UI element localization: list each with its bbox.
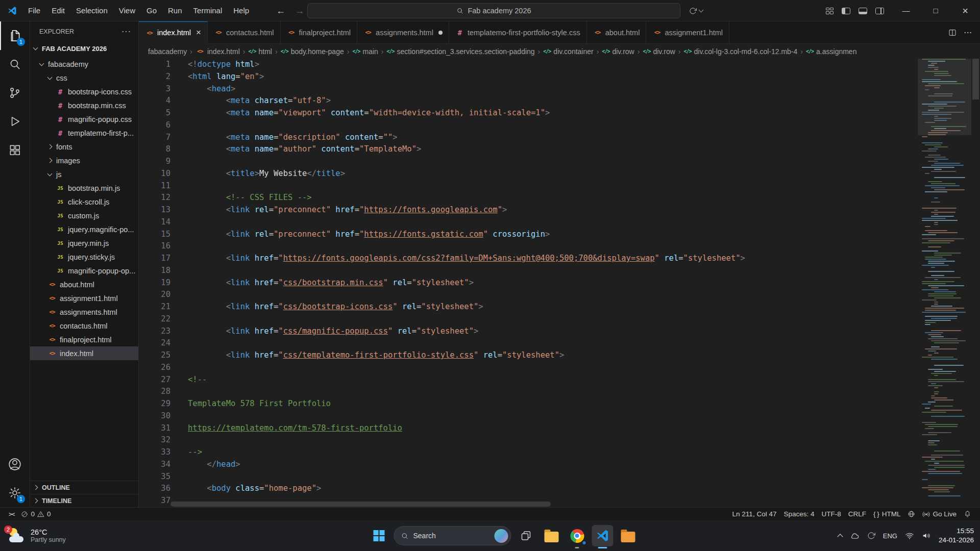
explorer-activity-button[interactable]: 1 xyxy=(0,21,30,50)
breadcrumb-item[interactable]: a.assignmen xyxy=(806,47,856,56)
editor-grid-layout-icon[interactable] xyxy=(826,8,834,14)
onedrive-cloud-icon[interactable] xyxy=(850,531,860,541)
horizontal-scrollbar[interactable] xyxy=(170,502,551,507)
outline-section-header[interactable]: OUTLINE xyxy=(30,481,138,494)
code-line[interactable]: 35 xyxy=(139,471,980,483)
file-contactus.html[interactable]: <>contactus.html xyxy=(30,319,138,333)
file-about.html[interactable]: <>about.html xyxy=(30,278,138,291)
file-finalproject.html[interactable]: <>finalproject.html xyxy=(30,333,138,346)
toggle-secondary-sidebar-icon[interactable] xyxy=(875,8,884,14)
sync-icon[interactable] xyxy=(867,532,875,540)
settings-button[interactable]: 1 xyxy=(0,479,30,507)
code-line[interactable]: 3 <head> xyxy=(139,83,980,95)
explorer-more-actions-icon[interactable]: ··· xyxy=(121,27,131,36)
code-line[interactable]: 4 <meta charset="utf-8"> xyxy=(139,95,980,107)
eol-button[interactable]: CRLF xyxy=(845,508,870,520)
start-button[interactable] xyxy=(369,525,390,546)
folder-js[interactable]: js xyxy=(30,167,138,181)
code-line[interactable]: 24 xyxy=(139,337,980,349)
code-line[interactable]: 8 <meta name="author" content="TemplateM… xyxy=(139,143,980,156)
back-arrow-icon[interactable]: ← xyxy=(273,0,288,21)
file-bootstrap.min.js[interactable]: JSbootstrap.min.js xyxy=(30,181,138,195)
file-jquery.magnific-po...[interactable]: JSjquery.magnific-po... xyxy=(30,222,138,236)
folder-css[interactable]: css xyxy=(30,71,138,85)
sync-button[interactable] xyxy=(689,0,707,21)
tab-index.html[interactable]: <>index.html× xyxy=(139,21,208,44)
code-line[interactable]: 29TemplateMo 578 First Portfolio xyxy=(139,398,980,410)
code-line[interactable]: 33--> xyxy=(139,446,980,459)
problems-button[interactable]: 0 0 xyxy=(17,508,54,520)
breadcrumb-item[interactable]: div.row xyxy=(643,47,675,56)
code-line[interactable]: 27<!-- xyxy=(139,374,980,386)
command-center-search[interactable]: Fab academy 2026 xyxy=(307,3,680,18)
menu-terminal[interactable]: Terminal xyxy=(188,0,228,21)
volume-icon[interactable] xyxy=(922,531,931,540)
chrome-button[interactable] xyxy=(567,525,588,546)
menu-run[interactable]: Run xyxy=(162,0,188,21)
source-control-activity-button[interactable] xyxy=(0,79,30,107)
menu-go[interactable]: Go xyxy=(141,0,162,21)
code-line[interactable]: 10 <title>My Website</title> xyxy=(139,168,980,180)
menu-edit[interactable]: Edit xyxy=(46,0,70,21)
breadcrumb-item[interactable]: section#section_3.services.section-paddi… xyxy=(387,47,535,56)
file-magnific-popup.css[interactable]: #magnific-popup.css xyxy=(30,112,138,126)
indentation-button[interactable]: Spaces: 4 xyxy=(780,508,818,520)
code-line[interactable]: 5 <meta name="viewport" content="width=d… xyxy=(139,107,980,119)
breadcrumb-item[interactable]: main xyxy=(352,47,378,56)
code-line[interactable]: 6 xyxy=(139,119,980,132)
code-line[interactable]: 9 xyxy=(139,156,980,168)
code-line[interactable]: 16 xyxy=(139,240,980,253)
code-line[interactable]: 22 xyxy=(139,313,980,325)
vertical-scrollbar[interactable] xyxy=(971,59,980,501)
code-line[interactable]: 1<!doctype html> xyxy=(139,59,980,71)
files-app-button[interactable] xyxy=(618,525,639,546)
minimize-button[interactable]: — xyxy=(891,0,921,21)
file-custom.js[interactable]: JScustom.js xyxy=(30,209,138,222)
workspace-section-header[interactable]: FAB ACADEMY 2026 xyxy=(30,42,138,55)
folder-fonts[interactable]: fonts xyxy=(30,140,138,154)
file-assignment1.html[interactable]: <>assignment1.html xyxy=(30,291,138,305)
code-line[interactable]: 17 <link href="https://fonts.googleapis.… xyxy=(139,253,980,265)
code-line[interactable]: 23 <link href="css/magnific-popup.css" r… xyxy=(139,325,980,338)
file-explorer-button[interactable] xyxy=(541,525,562,546)
code-line[interactable]: 32 xyxy=(139,434,980,446)
timeline-section-header[interactable]: TIMELINE xyxy=(30,494,138,507)
breadcrumb-item[interactable]: fabacademy xyxy=(148,47,187,56)
file-magnific-popup-op...[interactable]: JSmagnific-popup-op... xyxy=(30,264,138,278)
code-line[interactable]: 26 xyxy=(139,362,980,374)
extensions-activity-button[interactable] xyxy=(0,136,30,164)
account-button[interactable] xyxy=(0,450,30,479)
file-templatemo-first-p...[interactable]: #templatemo-first-p... xyxy=(30,126,138,140)
menu-help[interactable]: Help xyxy=(228,0,255,21)
code-line[interactable]: 15 <link rel="preconnect" href="https://… xyxy=(139,229,980,241)
tab-finalproject.html[interactable]: <>finalproject.html xyxy=(281,21,358,44)
run-debug-activity-button[interactable] xyxy=(0,107,30,136)
code-line[interactable]: 12 <!-- CSS FILES --> xyxy=(139,192,980,204)
breadcrumb-item[interactable]: <>index.html xyxy=(195,47,240,56)
code-line[interactable]: 11 xyxy=(139,180,980,192)
cursor-position-button[interactable]: Ln 211, Col 47 xyxy=(729,508,780,520)
breadcrumb-item[interactable]: html xyxy=(248,47,272,56)
file-click-scroll.js[interactable]: JSclick-scroll.js xyxy=(30,195,138,209)
browser-preview-button[interactable] xyxy=(904,508,919,520)
taskbar-clock[interactable]: 15:55 24-01-2026 xyxy=(939,527,974,544)
breadcrumb-item[interactable]: div.col-lg-3.col-md-6.col-12.mb-4 xyxy=(683,47,797,56)
breadcrumb-item[interactable]: div.container xyxy=(543,47,593,56)
code-line[interactable]: 25 <link href="css/templatemo-first-port… xyxy=(139,349,980,362)
split-editor-icon[interactable] xyxy=(948,29,957,37)
toggle-panel-icon[interactable] xyxy=(859,8,867,14)
tab-templatemo-first-portfolio-style.css[interactable]: #templatemo-first-portfolio-style.css xyxy=(449,21,587,44)
tab-assignment1.html[interactable]: <>assignment1.html xyxy=(646,21,729,44)
file-index.html[interactable]: <>index.html xyxy=(30,346,138,360)
code-line[interactable]: 2<html lang="en"> xyxy=(139,71,980,83)
encoding-button[interactable]: UTF-8 xyxy=(818,508,844,520)
close-button[interactable]: × xyxy=(950,0,980,21)
tab-contactus.html[interactable]: <>contactus.html xyxy=(208,21,281,44)
code-line[interactable]: 20 xyxy=(139,289,980,301)
breadcrumb-item[interactable]: div.row xyxy=(602,47,634,56)
file-jquery.sticky.js[interactable]: JSjquery.sticky.js xyxy=(30,250,138,264)
menu-file[interactable]: File xyxy=(22,0,46,21)
file-bootstrap.min.css[interactable]: #bootstrap.min.css xyxy=(30,98,138,112)
menu-selection[interactable]: Selection xyxy=(70,0,113,21)
code-line[interactable]: 28 xyxy=(139,386,980,398)
